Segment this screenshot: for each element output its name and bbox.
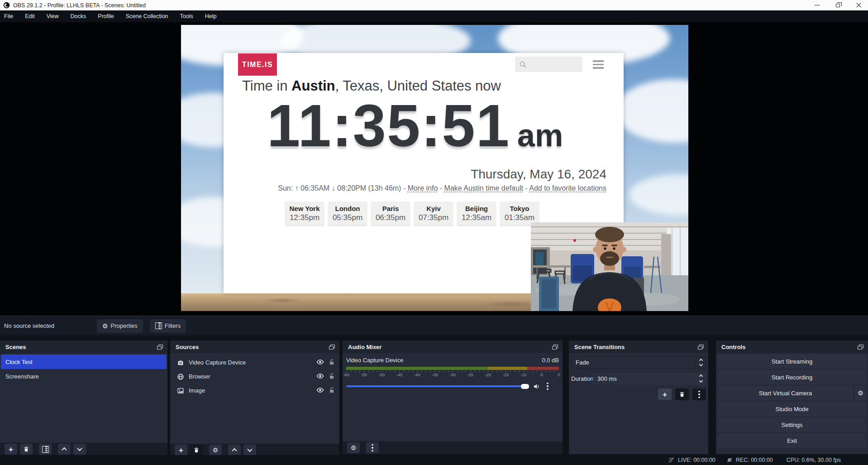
menubar: File Edit View Docks Profile Scene Colle… xyxy=(0,10,868,22)
popout-icon[interactable] xyxy=(698,345,704,350)
volume-slider-handle[interactable] xyxy=(521,384,529,389)
add-transition-button[interactable]: + xyxy=(658,388,672,400)
live-status: LIVE: 00:00:00 xyxy=(668,457,715,463)
menu-profile[interactable]: Profile xyxy=(92,10,119,22)
scene-item-clock-test[interactable]: Clock Test xyxy=(1,355,167,369)
start-recording-button[interactable]: Start Recording xyxy=(718,370,866,384)
clock-time: 11:35:51 xyxy=(267,92,510,159)
popout-icon[interactable] xyxy=(858,345,863,350)
popout-icon[interactable] xyxy=(552,345,558,350)
filters-button[interactable]: Filters xyxy=(150,319,186,333)
studio-mode-button[interactable]: Studio Mode xyxy=(718,402,866,416)
advanced-audio-button[interactable]: ⚙ xyxy=(347,442,360,453)
lock-icon[interactable] xyxy=(329,387,335,395)
scene-item-screenshare[interactable]: Screenshare xyxy=(1,369,167,384)
city-box: Tokyo01:35am xyxy=(500,201,539,225)
mute-speaker-icon[interactable] xyxy=(533,383,540,390)
city-box: Beijing12:35am xyxy=(457,201,496,225)
visibility-eye-icon[interactable] xyxy=(316,373,324,380)
mixer-menu-button[interactable] xyxy=(366,442,379,453)
globe-icon xyxy=(176,373,184,380)
chevron-down-icon xyxy=(247,447,252,452)
restore-button[interactable] xyxy=(830,0,845,10)
menu-view[interactable]: View xyxy=(41,10,65,22)
source-select-bar: No source selected ⚙ Properties Filters xyxy=(0,316,868,336)
popout-icon[interactable] xyxy=(329,345,335,350)
close-button[interactable] xyxy=(851,0,866,10)
popout-icon[interactable] xyxy=(157,345,163,350)
source-item-video-capture[interactable]: Video Capture Device xyxy=(170,355,339,369)
gear-icon: ⚙ xyxy=(102,323,108,329)
menu-edit[interactable]: Edit xyxy=(19,10,41,22)
transition-properties-kebab[interactable] xyxy=(692,388,706,400)
volume-slider-row xyxy=(346,380,559,392)
program-canvas[interactable]: TIME.IS Time in Austin, Texas, United St… xyxy=(181,25,688,311)
filter-icon xyxy=(42,446,49,453)
duration-row: Duration 300 ms xyxy=(571,372,706,385)
add-scene-button[interactable]: + xyxy=(5,444,17,455)
menu-help[interactable]: Help xyxy=(199,10,223,22)
controls-panel: Controls Start Streaming Start Recording… xyxy=(716,340,868,454)
clock-ampm: am xyxy=(517,118,563,153)
meter-scale-labels: -60-55-50-45-40-35-30-25-20-15-10-50 xyxy=(346,372,559,378)
gear-icon: ⚙ xyxy=(858,390,863,396)
kebab-icon xyxy=(372,444,373,452)
virtual-camera-settings-button[interactable]: ⚙ xyxy=(855,386,866,400)
minimize-icon xyxy=(815,5,820,5)
volume-slider[interactable] xyxy=(346,380,528,392)
transitions-header: Scene Transitions xyxy=(569,340,708,353)
chevron-down-icon xyxy=(77,446,82,451)
properties-button[interactable]: ⚙ Properties xyxy=(97,319,143,333)
scenes-panel: Scenes Clock Test Screenshare + xyxy=(0,340,167,454)
trash-icon xyxy=(193,447,200,453)
settings-button[interactable]: Settings xyxy=(718,417,866,432)
move-scene-up-button[interactable] xyxy=(58,444,71,455)
menu-docks[interactable]: Docks xyxy=(65,10,92,22)
world-cities-row: New York12:35pm London05:35pm Paris06:35… xyxy=(285,201,539,225)
mixer-channel-row: Video Capture Device 0.0 dB xyxy=(346,357,559,364)
visibility-eye-icon[interactable] xyxy=(316,387,324,394)
kebab-icon xyxy=(698,391,700,398)
audio-mixer-header: Audio Mixer xyxy=(343,340,563,353)
chevron-up-icon xyxy=(232,448,237,453)
city-box: London05:35pm xyxy=(328,201,367,225)
exit-button[interactable]: Exit xyxy=(718,433,866,448)
stream-inactive-icon xyxy=(668,457,675,463)
remove-source-button[interactable] xyxy=(190,445,203,455)
move-source-down-button[interactable] xyxy=(243,445,256,455)
source-item-image[interactable]: Image xyxy=(170,384,339,398)
move-source-up-button[interactable] xyxy=(228,445,241,455)
start-streaming-button[interactable]: Start Streaming xyxy=(718,354,866,369)
trash-icon xyxy=(679,391,685,398)
search-icon xyxy=(519,61,527,68)
lock-icon[interactable] xyxy=(329,359,335,367)
move-scene-down-button[interactable] xyxy=(73,444,86,455)
channel-menu-kebab[interactable] xyxy=(547,383,548,390)
start-virtual-camera-button[interactable]: Start Virtual Camera xyxy=(718,386,853,400)
sources-header: Sources xyxy=(170,340,339,353)
source-properties-button[interactable]: ⚙ xyxy=(209,445,222,455)
remove-scene-button[interactable] xyxy=(20,444,33,455)
visibility-eye-icon[interactable] xyxy=(316,359,324,366)
source-item-browser[interactable]: Browser xyxy=(170,369,339,384)
menu-file[interactable]: File xyxy=(0,10,19,22)
transition-dropdown[interactable]: Fade xyxy=(571,356,706,369)
lock-icon[interactable] xyxy=(329,373,335,381)
menu-scene-collection[interactable]: Scene Collection xyxy=(120,10,174,22)
webcam-video-overlay xyxy=(531,222,688,311)
minimize-button[interactable] xyxy=(809,0,825,10)
cloud xyxy=(629,174,688,215)
spinner-chevrons[interactable] xyxy=(700,372,702,385)
add-source-button[interactable]: + xyxy=(175,445,187,455)
menu-tools[interactable]: Tools xyxy=(174,10,199,22)
remove-transition-button[interactable] xyxy=(675,388,689,400)
scene-filters-button[interactable] xyxy=(39,444,52,455)
city-box: Paris06:35pm xyxy=(371,201,410,225)
duration-spinbox[interactable]: 300 ms xyxy=(593,372,706,385)
sources-list: Video Capture Device Browser xyxy=(170,355,339,456)
window-title: OBS 29.1.2 - Profile: LLHLS BETA - Scene… xyxy=(13,2,146,9)
dock-area: Scenes Clock Test Screenshare + Sources xyxy=(0,336,868,455)
favorite-link: Add to favorite locations xyxy=(529,184,606,192)
duration-label: Duration xyxy=(571,375,593,382)
filter-icon xyxy=(155,322,162,329)
